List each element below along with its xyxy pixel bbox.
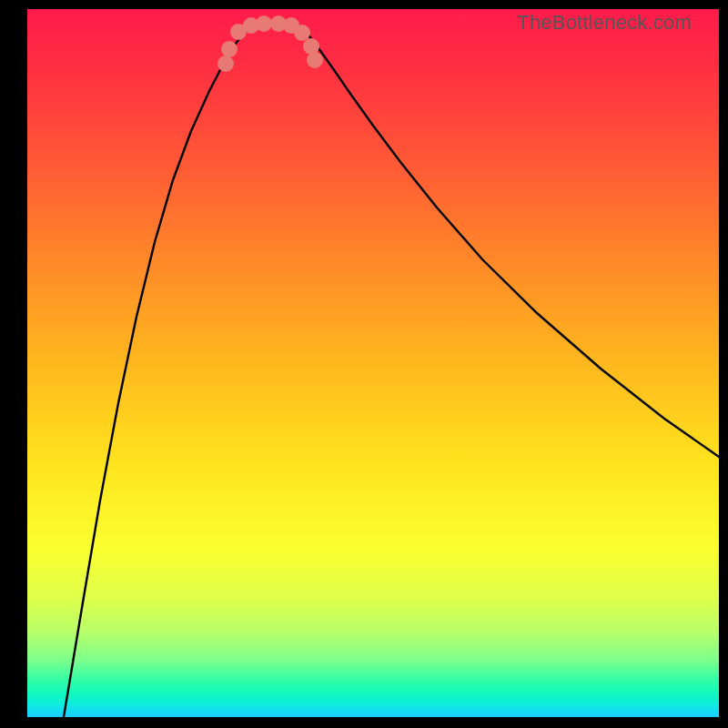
watermark-text: TheBottleneck.com: [517, 11, 692, 35]
marker-dot: [221, 41, 238, 57]
marker-dot: [294, 25, 310, 41]
marker-cluster: [217, 15, 323, 72]
marker-dot: [217, 56, 234, 72]
curve-svg: [27, 9, 719, 717]
chart-frame: TheBottleneck.com: [0, 0, 728, 728]
marker-dot: [307, 52, 323, 68]
plot-area: [27, 9, 719, 717]
curve-right-branch: [300, 27, 719, 457]
marker-dot: [256, 15, 272, 32]
curve-left-branch: [64, 27, 250, 717]
